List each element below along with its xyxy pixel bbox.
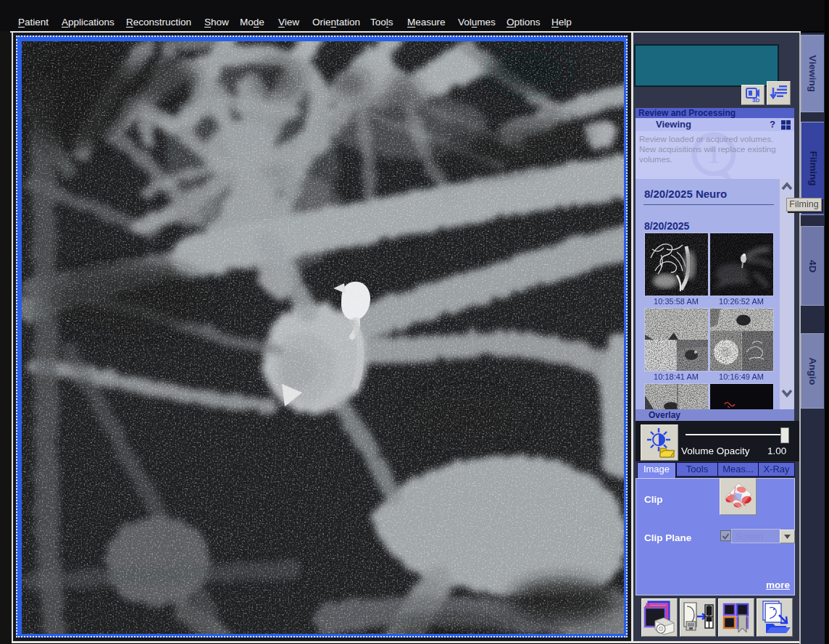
svg-text:3D: 3D <box>752 97 759 104</box>
